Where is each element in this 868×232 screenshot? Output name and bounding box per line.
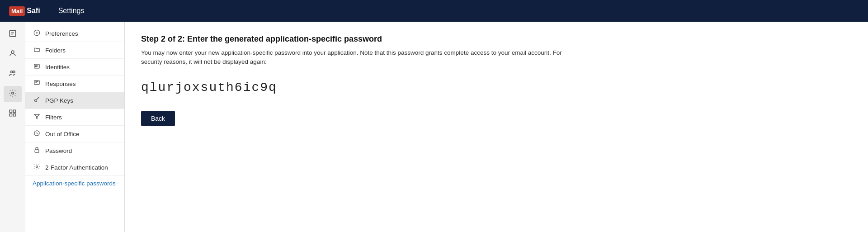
topbar-title: Settings: [58, 7, 85, 15]
sidebar-label-out-of-office: Out of Office: [45, 131, 80, 137]
settings-icon: [9, 89, 17, 99]
sidebar-label-two-factor: 2-Factor Authentication: [45, 164, 108, 171]
logo-text: Safi: [27, 7, 40, 15]
identities-icon: [33, 63, 41, 71]
back-button[interactable]: Back: [141, 111, 175, 126]
svg-rect-6: [13, 110, 15, 112]
svg-rect-0: [9, 30, 16, 37]
folders-icon: [33, 46, 41, 54]
sidebar-icon-groups[interactable]: [4, 66, 22, 82]
sidebar-icon-apps[interactable]: [4, 106, 22, 122]
groups-icon: [9, 69, 17, 79]
sidebar-icon-compose[interactable]: [4, 26, 22, 43]
svg-point-12: [34, 99, 37, 102]
sidebar-item-password[interactable]: Password: [25, 142, 124, 159]
generated-password: qlurjoxsuth6ic9q: [141, 80, 852, 95]
out-of-office-icon: [33, 130, 41, 138]
svg-point-1: [11, 51, 14, 53]
sidebar-item-app-specific-passwords[interactable]: Application-specific passwords: [25, 176, 124, 191]
svg-rect-8: [13, 114, 15, 116]
svg-point-15: [36, 166, 38, 168]
sidebar-item-filters[interactable]: Filters: [25, 109, 124, 126]
sidebar-item-pgp-keys[interactable]: PGP Keys: [25, 92, 124, 109]
svg-rect-14: [35, 150, 39, 152]
sidebar-item-responses[interactable]: Responses: [25, 76, 124, 92]
sidebar-label-password: Password: [45, 147, 72, 154]
topbar: Mail Safi Settings: [0, 0, 868, 22]
svg-rect-5: [9, 110, 12, 112]
svg-point-2: [10, 71, 13, 73]
nav-sidebar: Preferences Folders Identities Responses…: [25, 22, 125, 232]
sidebar-label-filters: Filters: [45, 114, 62, 121]
icon-sidebar: [0, 22, 25, 232]
sidebar-label-identities: Identities: [45, 64, 70, 71]
logo: Mail Safi: [9, 6, 40, 16]
content-area: Step 2 of 2: Enter the generated applica…: [125, 22, 868, 232]
pgp-keys-icon: [33, 96, 41, 104]
logo-icon: Mail: [9, 6, 25, 16]
responses-icon: [33, 80, 41, 88]
svg-rect-9: [34, 64, 39, 68]
sidebar-icon-settings[interactable]: [4, 86, 22, 102]
sidebar-item-preferences[interactable]: Preferences: [25, 25, 124, 42]
sidebar-item-two-factor[interactable]: 2-Factor Authentication: [25, 159, 124, 176]
svg-rect-7: [9, 114, 12, 116]
sidebar-label-responses: Responses: [45, 80, 76, 87]
compose-icon: [9, 29, 17, 39]
filters-icon: [33, 113, 41, 121]
sidebar-label-preferences: Preferences: [45, 30, 78, 37]
contacts-icon: [9, 49, 17, 59]
step-description: You may now enter your new application-s…: [141, 48, 584, 67]
sidebar-label-folders: Folders: [45, 47, 66, 54]
sidebar-item-identities[interactable]: Identities: [25, 59, 124, 76]
sidebar-item-folders[interactable]: Folders: [25, 42, 124, 59]
password-icon: [33, 147, 41, 155]
sidebar-icon-contacts[interactable]: [4, 46, 22, 62]
sidebar-label-pgp-keys: PGP Keys: [45, 97, 73, 104]
apps-icon: [9, 109, 17, 119]
main-layout: Preferences Folders Identities Responses…: [0, 22, 868, 232]
sidebar-label-app-specific: Application-specific passwords: [33, 180, 116, 187]
two-factor-icon: [33, 163, 41, 171]
svg-point-3: [13, 71, 15, 73]
sidebar-item-out-of-office[interactable]: Out of Office: [25, 126, 124, 142]
step-title: Step 2 of 2: Enter the generated applica…: [141, 34, 852, 44]
svg-point-4: [11, 92, 14, 95]
preferences-icon: [33, 29, 41, 38]
